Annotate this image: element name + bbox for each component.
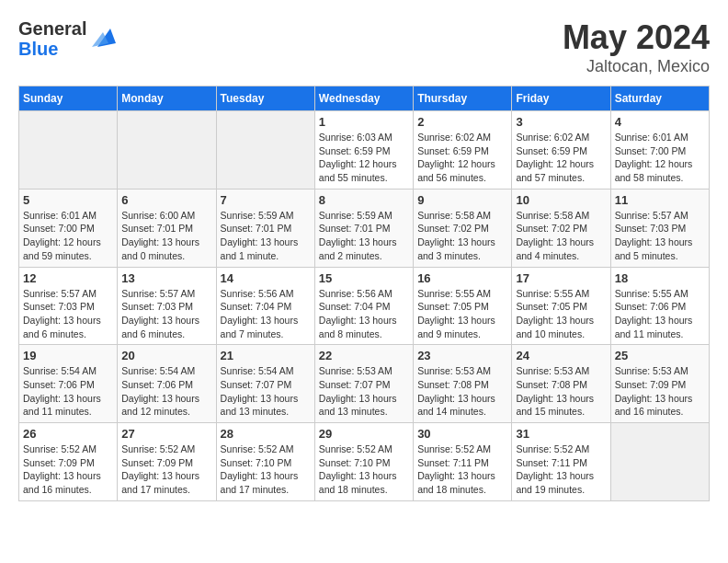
day-info: Sunrise: 5:52 AMSunset: 7:11 PMDaylight:…: [417, 442, 507, 497]
day-info: Sunrise: 5:53 AMSunset: 7:08 PMDaylight:…: [417, 364, 507, 419]
day-cell: 6Sunrise: 6:00 AMSunset: 7:01 PMDaylight…: [118, 189, 216, 267]
day-number: 27: [121, 427, 211, 441]
day-number: 30: [417, 427, 507, 441]
day-number: 11: [615, 193, 705, 207]
day-info: Sunrise: 5:56 AMSunset: 7:04 PMDaylight:…: [319, 287, 409, 341]
day-cell: [216, 111, 314, 190]
page-header: General Blue May 2024 Jaltocan, Mexico: [18, 18, 710, 76]
location-title: Jaltocan, Mexico: [563, 57, 710, 76]
day-info: Sunrise: 5:52 AMSunset: 7:09 PMDaylight:…: [23, 442, 113, 497]
day-info: Sunrise: 5:59 AMSunset: 7:01 PMDaylight:…: [319, 209, 409, 263]
logo: General Blue: [18, 18, 118, 59]
weekday-header-tuesday: Tuesday: [216, 86, 314, 111]
day-info: Sunrise: 5:52 AMSunset: 7:10 PMDaylight:…: [221, 442, 311, 497]
day-cell: 3Sunrise: 6:02 AMSunset: 6:59 PMDaylight…: [512, 111, 610, 190]
day-number: 16: [417, 271, 507, 285]
weekday-header-monday: Monday: [118, 86, 216, 111]
day-info: Sunrise: 5:54 AMSunset: 7:06 PMDaylight:…: [23, 364, 113, 419]
day-number: 28: [221, 427, 311, 441]
day-number: 14: [221, 271, 311, 285]
day-cell: 1Sunrise: 6:03 AMSunset: 6:59 PMDaylight…: [314, 111, 413, 190]
day-info: Sunrise: 6:03 AMSunset: 6:59 PMDaylight:…: [319, 131, 409, 185]
day-cell: 20Sunrise: 5:54 AMSunset: 7:06 PMDayligh…: [118, 345, 216, 423]
day-cell: 30Sunrise: 5:52 AMSunset: 7:11 PMDayligh…: [414, 423, 512, 501]
day-number: 7: [221, 193, 311, 207]
weekday-header-row: SundayMondayTuesdayWednesdayThursdayFrid…: [19, 86, 710, 111]
day-cell: 4Sunrise: 6:01 AMSunset: 7:00 PMDaylight…: [610, 111, 709, 190]
day-number: 9: [417, 193, 507, 207]
day-cell: 24Sunrise: 5:53 AMSunset: 7:08 PMDayligh…: [512, 345, 610, 423]
day-cell: 28Sunrise: 5:52 AMSunset: 7:10 PMDayligh…: [216, 423, 314, 501]
day-cell: 14Sunrise: 5:56 AMSunset: 7:04 PMDayligh…: [216, 267, 314, 345]
day-number: 20: [121, 349, 211, 362]
day-cell: 22Sunrise: 5:53 AMSunset: 7:07 PMDayligh…: [314, 345, 413, 423]
day-info: Sunrise: 5:55 AMSunset: 7:05 PMDaylight:…: [516, 287, 606, 341]
day-cell: 11Sunrise: 5:57 AMSunset: 7:03 PMDayligh…: [610, 189, 709, 267]
logo-icon: [90, 25, 118, 52]
day-info: Sunrise: 5:59 AMSunset: 7:01 PMDaylight:…: [221, 209, 311, 263]
day-number: 5: [23, 193, 113, 207]
day-info: Sunrise: 6:01 AMSunset: 7:00 PMDaylight:…: [615, 131, 705, 185]
day-number: 15: [319, 271, 409, 285]
day-info: Sunrise: 5:54 AMSunset: 7:06 PMDaylight:…: [121, 364, 211, 419]
day-number: 31: [516, 427, 606, 441]
day-cell: 8Sunrise: 5:59 AMSunset: 7:01 PMDaylight…: [314, 189, 413, 267]
day-number: 13: [121, 271, 211, 285]
title-block: May 2024 Jaltocan, Mexico: [563, 18, 710, 76]
day-number: 19: [23, 349, 113, 362]
day-number: 25: [615, 349, 705, 362]
day-cell: 5Sunrise: 6:01 AMSunset: 7:00 PMDaylight…: [19, 189, 118, 267]
day-info: Sunrise: 5:53 AMSunset: 7:08 PMDaylight:…: [516, 364, 606, 419]
day-info: Sunrise: 5:57 AMSunset: 7:03 PMDaylight:…: [23, 287, 113, 341]
day-number: 1: [319, 115, 409, 129]
day-info: Sunrise: 5:57 AMSunset: 7:03 PMDaylight:…: [615, 209, 705, 263]
day-cell: [19, 111, 118, 190]
logo-blue: Blue: [18, 39, 86, 59]
day-info: Sunrise: 5:55 AMSunset: 7:05 PMDaylight:…: [417, 287, 507, 341]
logo-general: General: [18, 18, 86, 39]
day-info: Sunrise: 5:56 AMSunset: 7:04 PMDaylight:…: [221, 287, 311, 341]
day-number: 29: [319, 427, 409, 441]
day-info: Sunrise: 5:52 AMSunset: 7:10 PMDaylight:…: [319, 442, 409, 497]
day-cell: 15Sunrise: 5:56 AMSunset: 7:04 PMDayligh…: [314, 267, 413, 345]
day-number: 18: [615, 271, 705, 285]
week-row-1: 1Sunrise: 6:03 AMSunset: 6:59 PMDaylight…: [19, 111, 710, 190]
day-cell: 26Sunrise: 5:52 AMSunset: 7:09 PMDayligh…: [19, 423, 118, 501]
day-number: 21: [221, 349, 311, 362]
day-number: 17: [516, 271, 606, 285]
day-number: 22: [319, 349, 409, 362]
day-cell: [118, 111, 216, 190]
day-info: Sunrise: 5:54 AMSunset: 7:07 PMDaylight:…: [221, 364, 311, 419]
day-number: 26: [23, 427, 113, 441]
day-info: Sunrise: 5:55 AMSunset: 7:06 PMDaylight:…: [615, 287, 705, 341]
day-cell: 27Sunrise: 5:52 AMSunset: 7:09 PMDayligh…: [118, 423, 216, 501]
day-cell: 23Sunrise: 5:53 AMSunset: 7:08 PMDayligh…: [414, 345, 512, 423]
day-number: 23: [417, 349, 507, 362]
day-number: 24: [516, 349, 606, 362]
weekday-header-thursday: Thursday: [414, 86, 512, 111]
day-cell: 29Sunrise: 5:52 AMSunset: 7:10 PMDayligh…: [314, 423, 413, 501]
day-number: 12: [23, 271, 113, 285]
day-info: Sunrise: 5:53 AMSunset: 7:07 PMDaylight:…: [319, 364, 409, 419]
day-cell: 7Sunrise: 5:59 AMSunset: 7:01 PMDaylight…: [216, 189, 314, 267]
day-cell: 17Sunrise: 5:55 AMSunset: 7:05 PMDayligh…: [512, 267, 610, 345]
day-info: Sunrise: 6:02 AMSunset: 6:59 PMDaylight:…: [417, 131, 507, 185]
day-cell: 21Sunrise: 5:54 AMSunset: 7:07 PMDayligh…: [216, 345, 314, 423]
week-row-3: 12Sunrise: 5:57 AMSunset: 7:03 PMDayligh…: [19, 267, 710, 345]
day-cell: 10Sunrise: 5:58 AMSunset: 7:02 PMDayligh…: [512, 189, 610, 267]
day-cell: 2Sunrise: 6:02 AMSunset: 6:59 PMDaylight…: [414, 111, 512, 190]
day-cell: 13Sunrise: 5:57 AMSunset: 7:03 PMDayligh…: [118, 267, 216, 345]
day-info: Sunrise: 5:58 AMSunset: 7:02 PMDaylight:…: [516, 209, 606, 263]
day-info: Sunrise: 5:57 AMSunset: 7:03 PMDaylight:…: [121, 287, 211, 341]
day-info: Sunrise: 5:53 AMSunset: 7:09 PMDaylight:…: [615, 364, 705, 419]
day-cell: 18Sunrise: 5:55 AMSunset: 7:06 PMDayligh…: [610, 267, 709, 345]
day-number: 2: [417, 115, 507, 129]
day-number: 4: [615, 115, 705, 129]
weekday-header-sunday: Sunday: [19, 86, 118, 111]
day-info: Sunrise: 6:01 AMSunset: 7:00 PMDaylight:…: [23, 209, 113, 263]
weekday-header-friday: Friday: [512, 86, 610, 111]
day-number: 8: [319, 193, 409, 207]
calendar-table: SundayMondayTuesdayWednesdayThursdayFrid…: [18, 86, 710, 501]
day-cell: 16Sunrise: 5:55 AMSunset: 7:05 PMDayligh…: [414, 267, 512, 345]
week-row-2: 5Sunrise: 6:01 AMSunset: 7:00 PMDaylight…: [19, 189, 710, 267]
